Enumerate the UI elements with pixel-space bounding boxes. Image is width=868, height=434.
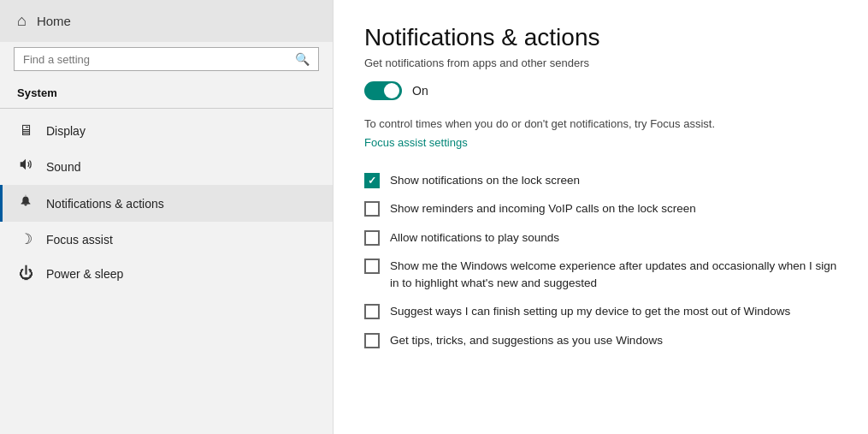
home-icon: ⌂ xyxy=(17,12,27,30)
notifications-toggle-row: On xyxy=(364,81,837,100)
sidebar-item-label: Sound xyxy=(46,160,80,174)
checkbox-box-welcome[interactable] xyxy=(364,259,380,274)
sidebar-item-focus[interactable]: ☽ Focus assist xyxy=(0,222,333,257)
checkbox-box-reminders[interactable] xyxy=(364,201,380,217)
checkbox-box-tips[interactable] xyxy=(364,333,380,348)
checkbox-welcome[interactable]: Show me the Windows welcome experience a… xyxy=(364,252,837,297)
checkbox-label-welcome: Show me the Windows welcome experience a… xyxy=(390,258,837,291)
sidebar-item-label: Display xyxy=(46,124,86,138)
notifications-icon xyxy=(17,193,34,213)
checkbox-box-sounds[interactable] xyxy=(364,230,380,246)
sound-icon xyxy=(17,157,34,176)
page-subtitle: Get notifications from apps and other se… xyxy=(364,56,837,69)
section-title: System xyxy=(0,83,333,108)
checkbox-sounds[interactable]: Allow notifications to play sounds xyxy=(364,223,837,253)
sidebar-divider xyxy=(0,108,333,109)
sidebar-item-label: Notifications & actions xyxy=(46,197,164,211)
checkbox-setup[interactable]: Suggest ways I can finish setting up my … xyxy=(364,297,837,326)
sidebar-item-label: Focus assist xyxy=(46,233,113,247)
focus-assist-link[interactable]: Focus assist settings xyxy=(364,136,837,149)
checkbox-label-tips: Get tips, tricks, and suggestions as you… xyxy=(390,332,663,349)
focus-icon: ☽ xyxy=(17,230,34,248)
checkbox-lock-screen[interactable]: ✓ Show notifications on the lock screen xyxy=(364,166,837,195)
display-icon: 🖥 xyxy=(17,122,34,140)
search-icon: 🔍 xyxy=(295,52,310,66)
search-input[interactable] xyxy=(23,53,288,66)
checkbox-label-setup: Suggest ways I can finish setting up my … xyxy=(390,303,790,320)
checkbox-reminders[interactable]: Show reminders and incoming VoIP calls o… xyxy=(364,194,837,223)
main-content: Notifications & actions Get notification… xyxy=(334,0,868,434)
checkbox-box-setup[interactable] xyxy=(364,304,380,319)
checkbox-label-lock-screen: Show notifications on the lock screen xyxy=(390,172,580,189)
sidebar-item-notifications[interactable]: Notifications & actions xyxy=(0,185,333,222)
sidebar: ⌂ Home 🔍 System 🖥 Display Sound xyxy=(0,0,334,434)
checkbox-list: ✓ Show notifications on the lock screen … xyxy=(364,166,837,355)
page-title: Notifications & actions xyxy=(364,24,837,51)
checkbox-label-sounds: Allow notifications to play sounds xyxy=(390,229,559,247)
sidebar-item-sound[interactable]: Sound xyxy=(0,148,333,185)
sidebar-item-power[interactable]: ⏻ Power & sleep xyxy=(0,257,333,291)
power-icon: ⏻ xyxy=(17,265,34,282)
toggle-knob xyxy=(384,83,399,98)
checkbox-tips[interactable]: Get tips, tricks, and suggestions as you… xyxy=(364,326,837,355)
sidebar-item-display[interactable]: 🖥 Display xyxy=(0,114,333,148)
search-box[interactable]: 🔍 xyxy=(14,47,319,71)
notifications-toggle[interactable] xyxy=(364,81,402,100)
checkmark-icon: ✓ xyxy=(368,175,376,186)
sidebar-item-label: Power & sleep xyxy=(46,267,123,281)
focus-assist-hint: To control times when you do or don't ge… xyxy=(364,116,837,133)
toggle-label: On xyxy=(412,84,428,98)
home-label: Home xyxy=(37,14,71,28)
home-button[interactable]: ⌂ Home xyxy=(0,0,333,42)
checkbox-label-reminders: Show reminders and incoming VoIP calls o… xyxy=(390,200,696,217)
checkbox-box-lock-screen[interactable]: ✓ xyxy=(364,173,380,188)
